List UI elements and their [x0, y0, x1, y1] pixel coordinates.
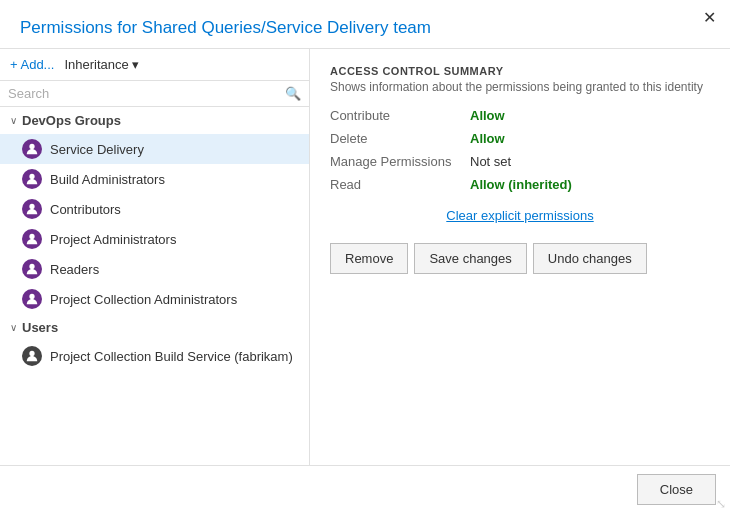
list-item[interactable]: Readers: [0, 254, 309, 284]
group-avatar-icon: [22, 199, 42, 219]
perm-label: Contribute: [330, 108, 470, 123]
dialog-footer: Close: [0, 465, 730, 513]
svg-point-4: [29, 264, 34, 269]
item-label: Readers: [50, 262, 99, 277]
perm-label: Manage Permissions: [330, 154, 470, 169]
svg-point-0: [29, 144, 34, 149]
list-item[interactable]: Build Administrators: [0, 164, 309, 194]
perm-value: Not set: [470, 154, 511, 169]
dialog-body: + Add... Inheritance ▾ 🔍 ∨ DevOps Groups: [0, 49, 730, 465]
perm-label: Read: [330, 177, 470, 192]
svg-point-1: [29, 174, 34, 179]
users-group-label: Users: [22, 320, 58, 335]
acs-subtitle: Shows information about the permissions …: [330, 80, 710, 94]
search-input[interactable]: [8, 86, 279, 101]
perm-value: Allow: [470, 108, 505, 123]
list-item[interactable]: Project Collection Administrators: [0, 284, 309, 314]
search-icon: 🔍: [285, 86, 301, 101]
close-button[interactable]: Close: [637, 474, 716, 505]
devops-groups-label: DevOps Groups: [22, 113, 121, 128]
search-box: 🔍: [0, 81, 309, 107]
dialog-title: Permissions for Shared Queries/Service D…: [0, 0, 730, 49]
action-buttons: Remove Save changes Undo changes: [330, 243, 710, 274]
toolbar: + Add... Inheritance ▾: [0, 49, 309, 81]
undo-changes-button[interactable]: Undo changes: [533, 243, 647, 274]
permission-contribute: Contribute Allow: [330, 108, 710, 123]
list-item[interactable]: Project Collection Build Service (fabrik…: [0, 341, 309, 371]
group-avatar-icon: [22, 139, 42, 159]
permission-delete: Delete Allow: [330, 131, 710, 146]
save-changes-button[interactable]: Save changes: [414, 243, 526, 274]
add-button[interactable]: + Add...: [10, 57, 54, 72]
right-panel: ACCESS CONTROL SUMMARY Shows information…: [310, 49, 730, 465]
left-panel: + Add... Inheritance ▾ 🔍 ∨ DevOps Groups: [0, 49, 310, 465]
svg-point-5: [29, 294, 34, 299]
perm-label: Delete: [330, 131, 470, 146]
inheritance-button[interactable]: Inheritance ▾: [64, 57, 138, 72]
perm-value: Allow (inherited): [470, 177, 572, 192]
group-avatar-icon: [22, 169, 42, 189]
list-item[interactable]: Service Delivery: [0, 134, 309, 164]
inheritance-chevron-icon: ▾: [132, 57, 139, 72]
acs-title: ACCESS CONTROL SUMMARY: [330, 65, 710, 77]
svg-point-6: [29, 351, 34, 356]
clear-explicit-permissions-link[interactable]: Clear explicit permissions: [330, 208, 710, 223]
item-label: Service Delivery: [50, 142, 144, 157]
svg-point-3: [29, 234, 34, 239]
list-container: ∨ DevOps Groups Service Delivery Build A…: [0, 107, 309, 465]
item-label: Project Collection Administrators: [50, 292, 237, 307]
permission-manage: Manage Permissions Not set: [330, 154, 710, 169]
perm-value: Allow: [470, 131, 505, 146]
chevron-icon: ∨: [10, 115, 17, 126]
group-avatar-icon: [22, 289, 42, 309]
group-avatar-icon: [22, 229, 42, 249]
item-label: Project Administrators: [50, 232, 176, 247]
svg-point-2: [29, 204, 34, 209]
permissions-dialog: ✕ Permissions for Shared Queries/Service…: [0, 0, 730, 513]
list-item[interactable]: Project Administrators: [0, 224, 309, 254]
group-avatar-icon: [22, 259, 42, 279]
remove-button[interactable]: Remove: [330, 243, 408, 274]
devops-groups-header[interactable]: ∨ DevOps Groups: [0, 107, 309, 134]
list-item[interactable]: Contributors: [0, 194, 309, 224]
item-label: Build Administrators: [50, 172, 165, 187]
item-label: Contributors: [50, 202, 121, 217]
inheritance-label: Inheritance: [64, 57, 128, 72]
users-group-header[interactable]: ∨ Users: [0, 314, 309, 341]
close-icon[interactable]: ✕: [703, 10, 716, 26]
item-label: Project Collection Build Service (fabrik…: [50, 349, 293, 364]
person-avatar-icon: [22, 346, 42, 366]
resize-handle-icon: ⤡: [716, 497, 726, 511]
permission-read: Read Allow (inherited): [330, 177, 710, 192]
chevron-icon: ∨: [10, 322, 17, 333]
